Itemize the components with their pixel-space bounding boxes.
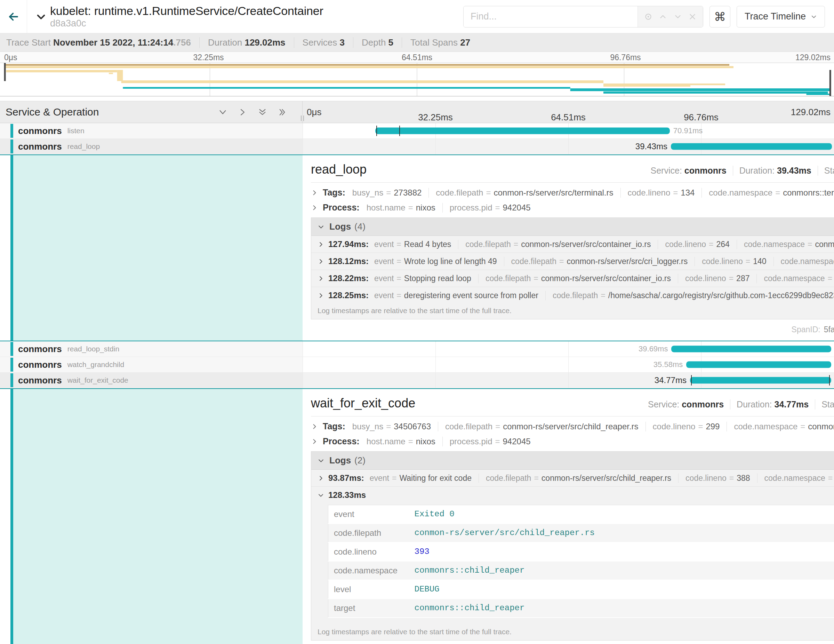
detail-span-title: read_loop (311, 162, 367, 177)
divider (311, 416, 834, 416)
span-timeline-cell[interactable]: 39.69ms (302, 341, 834, 357)
log-kv-value: conmon-rs/server/src/child_reaper.rs (409, 524, 834, 542)
timeline-gridline (435, 139, 436, 154)
span-timeline-cell[interactable]: 70.91ms (302, 123, 834, 139)
timeline-tick-label: 32.25ms (193, 53, 224, 62)
expand-all-icon[interactable] (278, 107, 287, 117)
timeline-gridline (302, 373, 303, 388)
log-entry[interactable]: 93.87ms:event=Waiting for exit codecode.… (311, 470, 834, 486)
span-timeline-cell[interactable]: 39.43ms (302, 139, 834, 154)
find-input[interactable] (464, 6, 637, 27)
logs-list: 93.87ms:event=Waiting for exit codecode.… (311, 470, 834, 625)
log-timestamp: 128.22ms: (328, 273, 369, 283)
span-service-name: conmonrs (18, 344, 62, 354)
expand-one-icon[interactable] (238, 107, 247, 117)
find-prev-icon[interactable] (658, 12, 668, 21)
process-accordion[interactable]: Process: host.name=nixosprocess.pid=9420… (311, 436, 834, 447)
timeline-gridline (568, 373, 569, 388)
log-timestamp: 93.87ms: (328, 473, 364, 483)
detail-duration: Duration: 39.43ms (733, 166, 818, 176)
log-entry[interactable]: 128.22ms:event=Stopping read loopcode.fi… (311, 270, 834, 287)
process-accordion[interactable]: Process: host.name=nixosprocess.pid=9420… (311, 202, 834, 213)
span-row-wait_for_exit_code[interactable]: conmonrs wait_for_exit_code 34.77ms (0, 373, 834, 388)
kv-field: code.lineno=388 (679, 474, 757, 483)
span-timeline-cell[interactable]: 34.77ms (302, 373, 834, 388)
span-bar[interactable] (671, 346, 831, 353)
collapse-all-icon[interactable] (258, 107, 267, 117)
minimap-scrub-handle[interactable] (4, 63, 6, 81)
timeline-gridline (302, 341, 303, 357)
collapse-one-icon[interactable] (218, 107, 228, 117)
logs-accordion-header[interactable]: Logs (4) (311, 218, 834, 236)
chevron-right-icon (311, 189, 318, 196)
span-row-read_loop[interactable]: conmonrs read_loop 39.43ms (0, 139, 834, 154)
kv-field: code.lineno=140 (695, 257, 774, 266)
span-row-listen[interactable]: conmonrs listen 70.91ms (0, 123, 834, 139)
span-color-accent (10, 342, 13, 356)
span-name-cell[interactable]: conmonrs read_loop (0, 139, 302, 154)
span-timeline-cell[interactable]: 35.58ms (302, 357, 834, 372)
span-log-marker (691, 375, 692, 385)
tags-accordion[interactable]: Tags: busy_ns=273882code.filepath=conmon… (311, 188, 834, 197)
minimap-canvas[interactable] (0, 63, 834, 96)
span-operation-name: listen (68, 127, 84, 135)
command-icon: ⌘ (714, 10, 726, 24)
minimap-scrub-handle[interactable] (829, 70, 831, 96)
span-bar[interactable] (375, 128, 670, 134)
span-rows-container: conmonrs listen 70.91ms conmonrs read_lo… (0, 123, 834, 644)
span-name-cell[interactable]: conmonrs watch_grandchild (0, 357, 302, 372)
span-bar[interactable] (671, 143, 832, 150)
find-next-icon[interactable] (673, 12, 682, 21)
minimap-span-segment (571, 88, 830, 91)
tags-accordion[interactable]: Tags: busy_ns=34506763code.filepath=conm… (311, 421, 834, 431)
log-entry[interactable]: 128.25ms:event=deregistering event sourc… (311, 287, 834, 304)
chevron-right-icon (318, 258, 324, 265)
log-kv-value: 393 (409, 542, 834, 561)
span-duration-label: 70.91ms (673, 126, 703, 135)
trace-start: Trace Start November 15 2022, 11:24:14.7… (3, 37, 200, 48)
span-bar[interactable] (686, 361, 831, 368)
minimap-tick-labels: 0μs32.25ms64.51ms96.76ms129.02ms (0, 52, 834, 63)
span-color-accent (10, 155, 13, 341)
view-selector-button[interactable]: Trace Timeline (737, 6, 825, 28)
logs-section: Logs (2) 93.87ms:event=Waiting for exit … (311, 451, 834, 641)
span-id-row: SpanID: 5faf48165428c37a (311, 319, 834, 336)
keyboard-shortcuts-button[interactable]: ⌘ (710, 6, 731, 28)
log-kv-row: code.namespaceconmonrs::child_reaper (328, 561, 834, 580)
logs-accordion-header[interactable]: Logs (2) (311, 451, 834, 470)
span-detail-left-fill (13, 389, 302, 644)
locate-icon[interactable] (644, 12, 653, 21)
log-kv-row: targetconmonrs::child_reaper (328, 599, 834, 618)
kv-field: code.filepath=conmon-rs/server/src/child… (438, 422, 646, 431)
kv-field: code.namespace=conmon... (757, 274, 834, 283)
log-entry-expanded: 128.33mseventExited 0code.filepathconmon… (311, 486, 834, 625)
chevron-down-icon (318, 492, 324, 498)
detail-duration: Duration: 34.77ms (731, 400, 815, 409)
chevron-down-icon (36, 11, 47, 22)
span-name-cell[interactable]: conmonrs read_loop_stdin (0, 341, 302, 357)
span-duration-label: 39.69ms (638, 345, 668, 353)
find-clear-icon[interactable] (688, 12, 697, 21)
trace-actions-chevron[interactable] (36, 11, 47, 22)
span-detail-left-fill (13, 155, 302, 341)
page-title: kubelet: runtime.v1.RuntimeService/Creat… (50, 4, 323, 18)
back-button[interactable] (0, 0, 27, 33)
chevron-right-icon (318, 275, 324, 282)
log-entry-header[interactable]: 128.33ms (318, 490, 834, 500)
log-kv-table: eventExited 0code.filepathconmon-rs/serv… (328, 505, 834, 618)
span-color-accent (10, 389, 13, 644)
span-row-watch_grandchild[interactable]: conmonrs watch_grandchild 35.58ms (0, 357, 834, 373)
span-service-name: conmonrs (18, 126, 62, 136)
span-detail-left-panel (0, 155, 302, 341)
span-row-read_loop_stdin[interactable]: conmonrs read_loop_stdin 39.69ms (0, 341, 834, 357)
span-name-cell[interactable]: conmonrs listen (0, 123, 302, 139)
chevron-right-icon (318, 475, 324, 482)
log-entry[interactable]: 127.94ms:event=Read 4 bytescode.filepath… (311, 236, 834, 252)
log-entry[interactable]: 128.12ms:event=Wrote log line of length … (311, 252, 834, 270)
trace-total-spans: Total Spans 27 (402, 37, 478, 48)
span-bar[interactable] (690, 377, 831, 384)
kv-field: code.filepath=conmon-rs/server/src/child… (479, 474, 679, 483)
span-name-cell[interactable]: conmonrs wait_for_exit_code (0, 373, 302, 388)
span-service-name: conmonrs (18, 375, 62, 386)
log-fields: event=Waiting for exit codecode.filepath… (370, 474, 834, 483)
